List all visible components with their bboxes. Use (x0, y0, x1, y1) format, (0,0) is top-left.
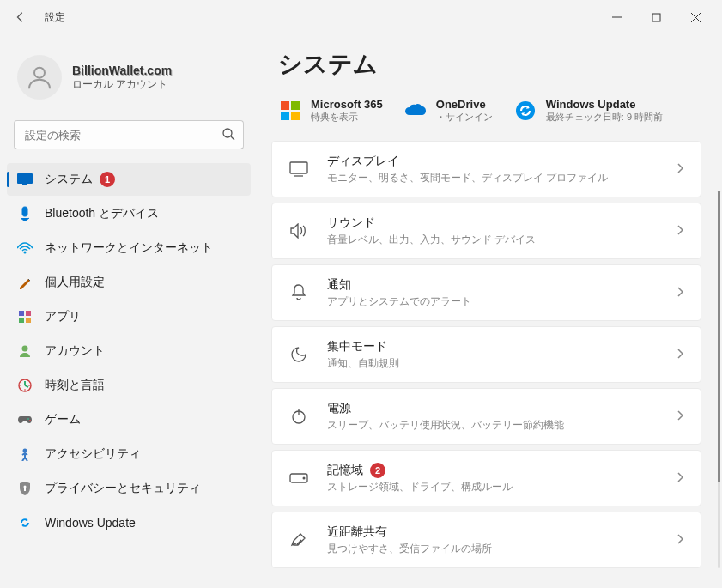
minimize-button[interactable] (597, 3, 636, 31)
nav-icon (17, 378, 33, 393)
sidebar-item-1[interactable]: Bluetooth とデバイス (7, 197, 251, 230)
sidebar-item-3[interactable]: 個人用設定 (7, 266, 251, 299)
sidebar: BillionWallet.com ローカル アカウント システム1Blueto… (0, 34, 258, 588)
sidebar-item-9[interactable]: プライバシーとセキュリティ (7, 472, 251, 505)
nav-label: ネットワークとインターネット (45, 240, 213, 256)
chevron-right-icon (676, 470, 683, 486)
svg-point-27 (303, 477, 306, 480)
nav-icon (17, 309, 33, 324)
titlebar: 設定 (0, 0, 722, 34)
sidebar-item-8[interactable]: アクセシビリティ (7, 438, 251, 470)
setting-item-0[interactable]: ディスプレイモニター、明るさ、夜間モード、ディスプレイ プロファイル (271, 141, 701, 197)
chevron-right-icon (676, 409, 683, 424)
svg-rect-11 (26, 311, 31, 316)
back-button[interactable] (7, 3, 34, 31)
nav-label: プライバシーとセキュリティ (45, 481, 201, 496)
microsoft-logo-icon (278, 99, 302, 123)
user-sub: ローカル アカウント (72, 77, 172, 92)
setting-item-4[interactable]: 電源スリープ、バッテリ使用状況、バッテリー節約機能 (271, 388, 701, 445)
window-controls (597, 3, 715, 31)
nav-icon (17, 343, 33, 359)
setting-icon (289, 469, 308, 488)
svg-point-14 (22, 346, 28, 352)
svg-rect-12 (19, 318, 24, 323)
setting-title: 記憶域2 (327, 463, 513, 478)
setting-icon (289, 160, 308, 179)
setting-item-1[interactable]: サウンド音量レベル、出力、入力、サウンド デバイス (271, 203, 701, 259)
sidebar-item-6[interactable]: 時刻と言語 (7, 369, 251, 402)
setting-title: 通知 (327, 277, 471, 293)
setting-icon (289, 407, 308, 426)
svg-point-5 (223, 129, 232, 137)
setting-sub: 音量レベル、出力、入力、サウンド デバイス (327, 233, 536, 247)
nav-icon (17, 412, 33, 427)
svg-rect-7 (17, 173, 33, 184)
setting-sub: モニター、明るさ、夜間モード、ディスプレイ プロファイル (327, 171, 608, 185)
onedrive-icon (403, 99, 428, 123)
nav-label: アプリ (45, 309, 81, 324)
svg-point-21 (516, 101, 535, 120)
sidebar-item-4[interactable]: アプリ (7, 300, 251, 333)
top-card-update[interactable]: Windows Update最終チェック日時: 9 時間前 (513, 98, 663, 124)
nav-label: Windows Update (45, 516, 136, 530)
setting-title: 集中モード (327, 339, 399, 355)
top-card-m365[interactable]: Microsoft 365特典を表示 (278, 98, 383, 124)
nav-label: アクセシビリティ (45, 446, 141, 462)
svg-point-9 (24, 252, 27, 254)
scrollbar-thumb[interactable] (718, 191, 720, 482)
svg-line-6 (231, 136, 234, 140)
page-title: システム (271, 48, 701, 81)
svg-point-17 (29, 420, 31, 421)
nav-label: ゲーム (45, 412, 81, 427)
setting-title: ディスプレイ (327, 154, 608, 169)
annotation-badge: 1 (100, 172, 115, 187)
setting-sub: 通知、自動規則 (327, 356, 399, 371)
setting-sub: スリープ、バッテリ使用状況、バッテリー節約機能 (327, 418, 564, 433)
window-title: 設定 (45, 10, 65, 25)
svg-rect-22 (290, 162, 307, 173)
nav-icon (17, 240, 33, 256)
svg-point-16 (27, 418, 29, 420)
svg-point-4 (34, 68, 45, 78)
setting-icon (289, 530, 308, 549)
search-input[interactable] (14, 120, 244, 149)
setting-icon (289, 283, 308, 302)
setting-sub: 見つけやすさ、受信ファイルの場所 (327, 542, 492, 556)
search-box (14, 120, 244, 149)
setting-item-2[interactable]: 通知アプリとシステムでのアラート (271, 264, 701, 321)
nav-label: Bluetooth とデバイス (45, 206, 159, 221)
chevron-right-icon (676, 532, 683, 548)
user-account-row[interactable]: BillionWallet.com ローカル アカウント (7, 48, 251, 106)
maximize-button[interactable] (636, 3, 676, 31)
sidebar-item-5[interactable]: アカウント (7, 335, 251, 367)
setting-sub: ストレージ領域、ドライブ、構成ルール (327, 480, 513, 494)
nav-icon (17, 515, 33, 530)
sidebar-item-7[interactable]: ゲーム (7, 403, 251, 436)
chevron-right-icon (676, 285, 683, 300)
sidebar-item-0[interactable]: システム1 (7, 163, 251, 196)
settings-list: ディスプレイモニター、明るさ、夜間モード、ディスプレイ プロファイルサウンド音量… (271, 141, 701, 568)
chevron-right-icon (676, 347, 683, 362)
svg-point-18 (23, 449, 27, 453)
close-button[interactable] (676, 3, 715, 31)
top-card-onedrive[interactable]: OneDrive・サインイン (403, 98, 493, 124)
chevron-right-icon (676, 161, 683, 177)
sidebar-item-2[interactable]: ネットワークとインターネット (7, 232, 251, 264)
update-icon (513, 99, 537, 123)
nav-label: アカウント (45, 343, 105, 359)
top-cards: Microsoft 365特典を表示 OneDrive・サインイン Window… (271, 98, 701, 124)
user-name: BillionWallet.com (72, 64, 172, 77)
svg-rect-20 (24, 488, 26, 491)
search-icon (221, 127, 235, 144)
nav-label: 個人用設定 (45, 275, 105, 290)
main-content: システム Microsoft 365特典を表示 OneDrive・サインイン W… (258, 34, 722, 588)
setting-item-6[interactable]: 近距離共有見つけやすさ、受信ファイルの場所 (271, 512, 701, 568)
setting-item-5[interactable]: 記憶域2ストレージ領域、ドライブ、構成ルール (271, 450, 701, 506)
nav-icon (17, 446, 33, 462)
setting-item-3[interactable]: 集中モード通知、自動規則 (271, 326, 701, 383)
nav-label: システム (45, 172, 93, 187)
setting-title: サウンド (327, 215, 536, 231)
sidebar-item-10[interactable]: Windows Update (7, 506, 251, 539)
svg-rect-13 (26, 318, 31, 323)
setting-icon (289, 345, 308, 364)
